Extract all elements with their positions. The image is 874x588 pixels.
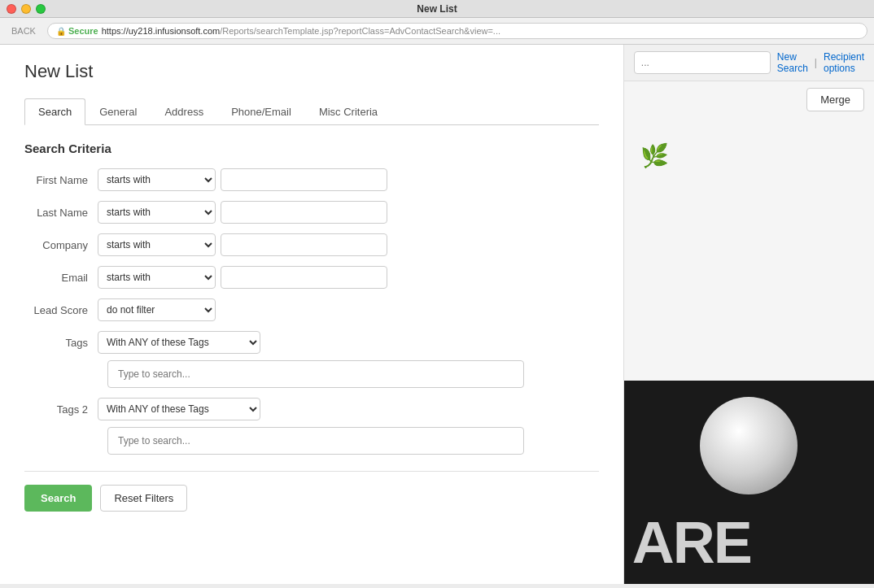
traffic-lights (7, 4, 46, 14)
lock-icon: 🔒 (56, 27, 66, 36)
new-search-link[interactable]: New Search (777, 51, 808, 74)
close-button[interactable] (7, 4, 16, 14)
url-display: https://uy218.infusionsoft.com/Reports/s… (102, 26, 500, 36)
search-button[interactable]: Search (24, 485, 92, 512)
first-name-operator[interactable]: starts with is equal to contains ends wi… (98, 168, 216, 191)
reset-button[interactable]: Reset Filters (100, 485, 187, 512)
lead-score-row: Lead Score do not filter greater than le… (24, 298, 599, 321)
section-heading: Search Criteria (24, 142, 599, 155)
sphere-decoration (700, 397, 798, 494)
company-operator[interactable]: starts with is equal to contains ends wi… (98, 233, 216, 256)
tags2-operator[interactable]: With ANY of these Tags With ALL of these… (98, 398, 260, 420)
merge-button[interactable]: Merge (806, 88, 864, 111)
tags-operator[interactable]: With ANY of these Tags With ALL of these… (98, 331, 260, 354)
tab-address[interactable]: Address (151, 98, 217, 124)
tags-search-input[interactable] (107, 360, 524, 388)
separator: | (815, 57, 817, 68)
right-action-row: Merge (624, 81, 874, 118)
nav-buttons: BACK (7, 24, 41, 37)
tags2-row: Tags 2 With ANY of these Tags With ALL o… (24, 398, 599, 420)
window-title: New List (417, 3, 457, 15)
tabs: Search General Address Phone/Email Misc … (24, 98, 599, 125)
company-label: Company (24, 239, 98, 251)
url-main: https://uy218.infusionsoft.com (102, 26, 221, 36)
address-bar[interactable]: 🔒 Secure https://uy218.infusionsoft.com/… (47, 23, 867, 39)
titlebar: New List (0, 0, 874, 18)
email-operator[interactable]: starts with is equal to contains ends wi… (98, 266, 216, 289)
email-row: Email starts with is equal to contains e… (24, 266, 599, 289)
tags2-search-input[interactable] (107, 427, 524, 455)
right-image-area: 🌿 ARE (624, 118, 874, 584)
browser-content: New List Search General Address Phone/Em… (0, 45, 624, 584)
browser-chrome: BACK 🔒 Secure https://uy218.infusionsoft… (0, 18, 874, 45)
maximize-button[interactable] (36, 4, 46, 14)
right-top-bar: New Search | Recipient options (624, 45, 874, 81)
tab-general[interactable]: General (85, 98, 151, 124)
first-name-label: First Name (24, 174, 98, 186)
dark-image-area: ARE (624, 381, 874, 584)
first-name-row: First Name starts with is equal to conta… (24, 168, 599, 191)
company-row: Company starts with is equal to contains… (24, 233, 599, 256)
last-name-input[interactable] (221, 201, 387, 224)
tags-search-row (24, 360, 599, 388)
secure-label: Secure (68, 26, 98, 36)
page-content: New List Search General Address Phone/Em… (0, 45, 623, 528)
plant-decoration: 🌿 (640, 142, 669, 169)
main-layout: New List Search General Address Phone/Em… (0, 45, 874, 584)
tags2-label: Tags 2 (24, 403, 98, 416)
last-name-row: Last Name starts with is equal to contai… (24, 201, 599, 224)
lead-score-label: Lead Score (24, 304, 98, 316)
recipient-options-link[interactable]: Recipient options (824, 51, 864, 74)
tab-search[interactable]: Search (24, 98, 85, 125)
right-search-input[interactable] (634, 51, 771, 74)
tags-row: Tags With ANY of these Tags With ALL of … (24, 331, 599, 354)
first-name-input[interactable] (221, 168, 387, 191)
last-name-label: Last Name (24, 207, 98, 219)
company-input[interactable] (221, 233, 387, 256)
lead-score-operator[interactable]: do not filter greater than less than equ… (98, 298, 216, 321)
email-input[interactable] (221, 266, 387, 289)
secure-badge: 🔒 Secure (56, 26, 98, 36)
tab-misc-criteria[interactable]: Misc Criteria (305, 98, 391, 124)
url-path: /Reports/searchTemplate.jsp?reportClass=… (220, 26, 500, 36)
tab-phone-email[interactable]: Phone/Email (217, 98, 305, 124)
tags-label: Tags (24, 337, 98, 349)
email-label: Email (24, 272, 98, 284)
tags2-search-row (24, 427, 599, 455)
right-panel: New Search | Recipient options Merge 🌿 A… (624, 45, 874, 584)
buttons-row: Search Reset Filters (24, 471, 599, 512)
image-text: ARE (632, 509, 751, 576)
page-title: New List (24, 61, 599, 82)
last-name-operator[interactable]: starts with is equal to contains ends wi… (98, 201, 216, 224)
minimize-button[interactable] (21, 4, 31, 14)
back-button[interactable]: BACK (7, 24, 41, 37)
